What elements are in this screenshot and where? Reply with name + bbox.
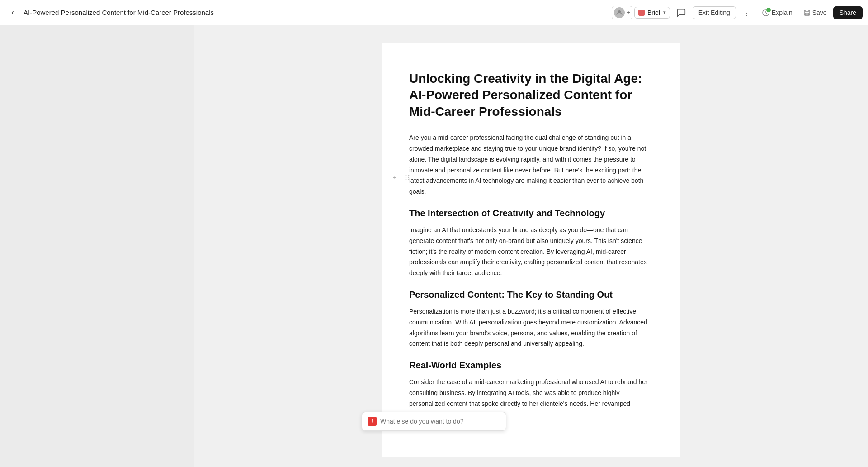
main-layout: + Unlocking Creativity in the Digital Ag…	[0, 25, 868, 467]
collaborators-button[interactable]: +	[612, 6, 632, 19]
ai-prompt-input[interactable]	[380, 418, 500, 425]
document-body: Are you a mid-career professional facing…	[409, 133, 653, 409]
more-options-icon: ⋮	[742, 8, 751, 18]
document-title: AI-Powered Personalized Content for Mid-…	[24, 9, 608, 16]
more-options-button[interactable]: ⋮	[738, 5, 755, 20]
paragraph-3[interactable]: Personalization is more than just a buzz…	[409, 306, 653, 349]
exit-editing-label: Exit Editing	[698, 9, 730, 16]
heading-3[interactable]: Real-World Examples	[409, 360, 653, 371]
paragraph-1[interactable]: Are you a mid-career professional facing…	[409, 133, 653, 197]
content-area: + Unlocking Creativity in the Digital Ag…	[194, 25, 868, 467]
heading-1[interactable]: The Intersection of Creativity and Techn…	[409, 208, 653, 219]
add-collaborator-icon: +	[627, 9, 630, 16]
comment-icon	[676, 8, 686, 18]
share-label: Share	[840, 9, 856, 16]
ai-prompt-bar: !	[362, 412, 506, 431]
svg-point-4	[406, 175, 406, 176]
document-page: + Unlocking Creativity in the Digital Ag…	[382, 43, 680, 457]
drag-block-button[interactable]	[402, 172, 413, 183]
explain-active-dot	[766, 8, 771, 12]
toolbar-right-actions: + Brief ▾ Exit Editing ⋮	[612, 5, 863, 20]
explain-icon-wrapper	[762, 9, 770, 17]
svg-point-9	[408, 179, 409, 180]
svg-point-7	[408, 177, 409, 178]
save-icon	[803, 9, 811, 16]
explain-button[interactable]: Explain	[757, 6, 797, 19]
comment-button[interactable]	[672, 5, 691, 20]
explain-label: Explain	[772, 9, 793, 16]
sidebar	[0, 25, 194, 467]
heading-2[interactable]: Personalized Content: The Key to Standin…	[409, 290, 653, 300]
paragraph-2[interactable]: Imagine an AI that understands your bran…	[409, 225, 653, 279]
ai-prompt-icon: !	[368, 417, 377, 426]
svg-rect-3	[805, 13, 809, 15]
brief-label: Brief	[647, 9, 660, 16]
block-controls: +	[389, 172, 413, 183]
avatar	[614, 7, 625, 18]
add-block-button[interactable]: +	[389, 172, 400, 183]
save-label: Save	[812, 9, 827, 16]
back-icon: ‹	[11, 8, 14, 17]
svg-point-5	[408, 175, 409, 176]
toolbar: ‹ AI-Powered Personalized Content for Mi…	[0, 0, 868, 25]
drag-icon	[405, 174, 410, 181]
paragraph-4[interactable]: Consider the case of a mid-career market…	[409, 377, 653, 409]
brief-selector[interactable]: Brief ▾	[634, 7, 670, 19]
svg-point-6	[406, 177, 406, 178]
document-main-title[interactable]: Unlocking Creativity in the Digital Age:…	[409, 71, 653, 120]
svg-point-8	[406, 179, 406, 180]
share-button[interactable]: Share	[833, 6, 863, 19]
brief-chevron-icon: ▾	[663, 10, 666, 15]
exit-editing-button[interactable]: Exit Editing	[693, 6, 736, 19]
save-button[interactable]: Save	[799, 6, 831, 19]
brief-color-dot	[638, 10, 645, 16]
back-button[interactable]: ‹	[5, 5, 20, 20]
